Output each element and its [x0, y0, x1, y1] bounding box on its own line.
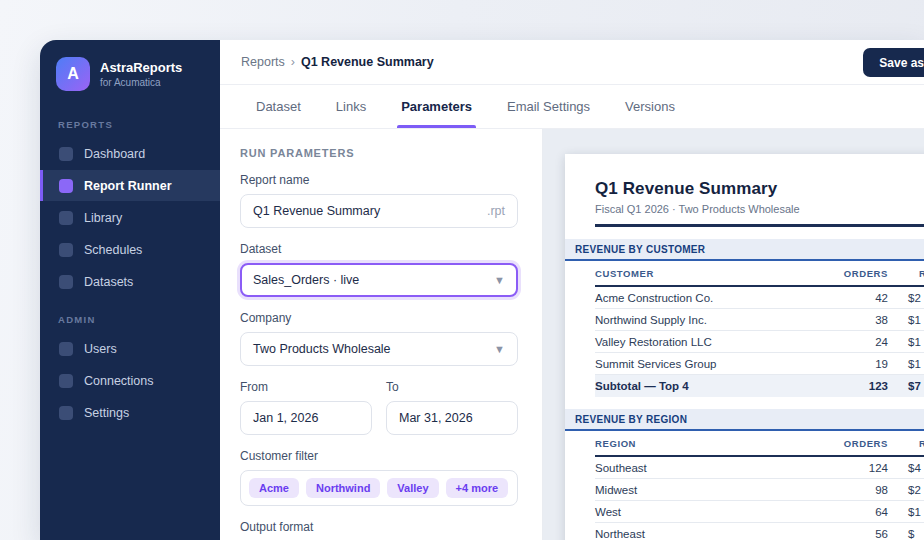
cell-orders: 98 — [810, 484, 888, 496]
column-header: REVENUE — [888, 438, 924, 449]
app-window: A AstraReports for Acumatica REPORTSDash… — [40, 40, 924, 540]
cell-revenue: $1 — [888, 314, 921, 326]
output-format-label: Output format — [240, 520, 518, 534]
sidebar-item-connections[interactable]: Connections — [40, 365, 220, 396]
nav-item-icon — [59, 147, 73, 161]
table-row: Southeast124$4 — [595, 457, 924, 479]
sidebar-item-library[interactable]: Library — [40, 202, 220, 233]
cell-name: Acme Construction Co. — [595, 292, 810, 304]
sidebar-item-label: Schedules — [84, 243, 142, 257]
cell-orders: 64 — [810, 506, 888, 518]
sidebar: A AstraReports for Acumatica REPORTSDash… — [40, 40, 220, 540]
sidebar-item-settings[interactable]: Settings — [40, 397, 220, 428]
sidebar-item-datasets[interactable]: Datasets — [40, 266, 220, 297]
save-as-button[interactable]: Save as — [863, 48, 924, 77]
customer-filter-chip[interactable]: Valley — [387, 478, 438, 498]
table-row: West64$1 — [595, 501, 924, 523]
date-from-input[interactable]: Jan 1, 2026 — [240, 401, 372, 435]
sidebar-item-dashboard[interactable]: Dashboard — [40, 138, 220, 169]
form-heading: RUN PARAMETERS — [240, 147, 518, 159]
sidebar-item-schedules[interactable]: Schedules — [40, 234, 220, 265]
report-name-label: Report name — [240, 173, 518, 187]
cell-revenue: $ — [888, 528, 914, 540]
report-sections: REVENUE BY CUSTOMERCUSTOMERORDERSREVENUE… — [565, 239, 924, 540]
report-preview-area: Q1 Revenue Summary Fiscal Q1 2026 · Two … — [543, 129, 924, 540]
tab-dataset[interactable]: Dataset — [256, 85, 301, 128]
table-row: Valley Restoration LLC24$1 — [595, 331, 924, 353]
tab-bar: DatasetLinksParametersEmail SettingsVers… — [220, 85, 924, 129]
customer-filter-chip[interactable]: Acme — [249, 478, 299, 498]
customer-filter-chip[interactable]: Northwind — [306, 478, 380, 498]
cell-revenue: $1 — [888, 358, 921, 370]
tab-email-settings[interactable]: Email Settings — [507, 85, 590, 128]
report-name-input[interactable]: Q1 Revenue Summary .rpt — [240, 194, 518, 228]
chevron-down-icon: ▼ — [494, 343, 505, 355]
column-header: ORDERS — [810, 268, 888, 279]
table-row: Summit Services Group19$1 — [595, 353, 924, 375]
cell-revenue: $2 — [888, 484, 921, 496]
report-section-heading: REVENUE BY CUSTOMER — [565, 239, 924, 261]
company-label: Company — [240, 311, 518, 325]
cell-orders: 24 — [810, 336, 888, 348]
report-table: CUSTOMERORDERSREVENUEAcme Construction C… — [565, 261, 924, 397]
chevron-down-icon: ▼ — [494, 274, 505, 286]
sidebar-item-label: Report Runner — [84, 179, 172, 193]
nav-item-icon — [59, 243, 73, 257]
dataset-label: Dataset — [240, 242, 518, 256]
table-row: Northwind Supply Inc.38$1 — [595, 309, 924, 331]
date-from-label: From — [240, 380, 372, 394]
breadcrumb-separator: › — [291, 55, 295, 69]
nav-item-icon — [59, 211, 73, 225]
cell-revenue: $4 — [888, 462, 921, 474]
cell-revenue: $2 — [888, 292, 921, 304]
app-logo-icon: A — [56, 57, 90, 91]
cell-name: Summit Services Group — [595, 358, 810, 370]
column-header: ORDERS — [810, 438, 888, 449]
sidebar-nav: REPORTSDashboardReport RunnerLibrarySche… — [40, 103, 220, 429]
customer-filter-box[interactable]: AcmeNorthwindValley+4 more — [240, 470, 518, 506]
cell-name: Southeast — [595, 462, 810, 474]
column-header: REGION — [595, 438, 810, 449]
report-name-value: Q1 Revenue Summary — [253, 204, 380, 218]
nav-section-label: ADMIN — [40, 298, 220, 333]
cell-revenue: $7 — [888, 380, 921, 392]
tab-versions[interactable]: Versions — [625, 85, 675, 128]
report-title: Q1 Revenue Summary — [595, 179, 924, 199]
sidebar-item-report-runner[interactable]: Report Runner — [40, 170, 220, 201]
customer-filter-chip[interactable]: +4 more — [446, 478, 509, 498]
tab-parameters[interactable]: Parameters — [401, 85, 472, 128]
sidebar-item-label: Users — [84, 342, 117, 356]
cell-name: Valley Restoration LLC — [595, 336, 810, 348]
customer-filter-label: Customer filter — [240, 449, 518, 463]
cell-name: Subtotal — Top 4 — [595, 380, 810, 392]
run-parameters-panel: RUN PARAMETERS Report name Q1 Revenue Su… — [220, 129, 543, 540]
report-section-heading: REVENUE BY REGION — [565, 409, 924, 431]
nav-item-icon — [59, 374, 73, 388]
company-select[interactable]: Two Products Wholesale ▼ — [240, 332, 518, 366]
cell-orders: 124 — [810, 462, 888, 474]
sidebar-item-users[interactable]: Users — [40, 333, 220, 364]
table-header-row: CUSTOMERORDERSREVENUE — [595, 261, 924, 287]
nav-section-label: REPORTS — [40, 103, 220, 138]
date-to-value: Mar 31, 2026 — [399, 411, 473, 425]
cell-revenue: $1 — [888, 506, 921, 518]
table-row: Acme Construction Co.42$2 — [595, 287, 924, 309]
date-from-value: Jan 1, 2026 — [253, 411, 318, 425]
sidebar-item-label: Connections — [84, 374, 154, 388]
sidebar-item-label: Library — [84, 211, 122, 225]
cell-name: Northwind Supply Inc. — [595, 314, 810, 326]
breadcrumb-parent[interactable]: Reports — [241, 55, 285, 69]
cell-orders: 38 — [810, 314, 888, 326]
topbar: Reports › Q1 Revenue Summary Save as — [220, 40, 924, 85]
cell-name: Northeast — [595, 528, 810, 540]
dataset-select[interactable]: Sales_Orders · live ▼ — [240, 263, 518, 297]
tab-links[interactable]: Links — [336, 85, 366, 128]
cell-orders: 42 — [810, 292, 888, 304]
sidebar-item-label: Settings — [84, 406, 129, 420]
date-to-input[interactable]: Mar 31, 2026 — [386, 401, 518, 435]
report-paper: Q1 Revenue Summary Fiscal Q1 2026 · Two … — [565, 154, 924, 540]
cell-name: West — [595, 506, 810, 518]
nav-item-icon — [59, 342, 73, 356]
app-name: AstraReports — [100, 60, 182, 76]
column-header: CUSTOMER — [595, 268, 810, 279]
